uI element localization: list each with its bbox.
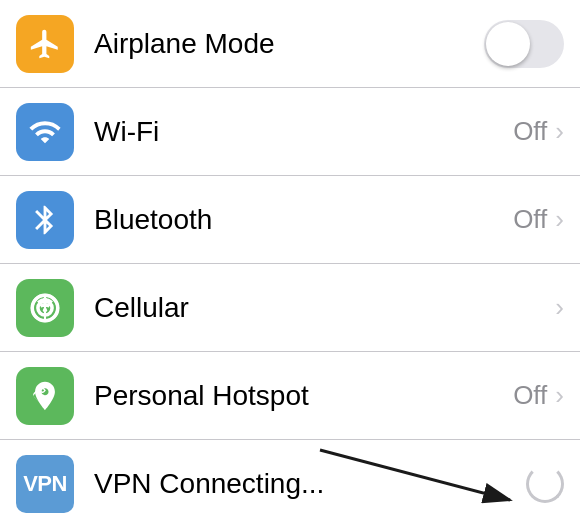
settings-list: Airplane Mode Wi-Fi Off › Bluetooth Off …	[0, 0, 580, 528]
vpn-row[interactable]: VPN VPN Connecting...	[0, 440, 580, 528]
hotspot-icon-wrap	[16, 367, 74, 425]
cellular-icon	[28, 291, 62, 325]
wifi-icon-wrap	[16, 103, 74, 161]
vpn-icon-wrap: VPN	[16, 455, 74, 513]
cellular-chevron: ›	[555, 292, 564, 323]
cellular-row[interactable]: Cellular ›	[0, 264, 580, 352]
airplane-mode-icon-wrap	[16, 15, 74, 73]
bluetooth-chevron: ›	[555, 204, 564, 235]
wifi-label: Wi-Fi	[94, 116, 513, 148]
cellular-label: Cellular	[94, 292, 555, 324]
personal-hotspot-row[interactable]: Personal Hotspot Off ›	[0, 352, 580, 440]
wifi-value: Off	[513, 116, 547, 147]
wifi-icon	[28, 115, 62, 149]
airplane-mode-label: Airplane Mode	[94, 28, 484, 60]
bluetooth-value: Off	[513, 204, 547, 235]
bluetooth-row[interactable]: Bluetooth Off ›	[0, 176, 580, 264]
bluetooth-label: Bluetooth	[94, 204, 513, 236]
vpn-icon-text: VPN	[23, 471, 67, 497]
vpn-spinner	[526, 465, 564, 503]
airplane-icon	[28, 27, 62, 61]
hotspot-icon	[28, 379, 62, 413]
spinner-ring	[526, 465, 564, 503]
vpn-label: VPN Connecting...	[94, 468, 526, 500]
cellular-icon-wrap	[16, 279, 74, 337]
hotspot-value: Off	[513, 380, 547, 411]
bluetooth-icon-wrap	[16, 191, 74, 249]
wifi-chevron: ›	[555, 116, 564, 147]
airplane-mode-toggle[interactable]	[484, 20, 564, 68]
hotspot-chevron: ›	[555, 380, 564, 411]
svg-point-4	[43, 308, 47, 312]
toggle-knob	[486, 22, 530, 66]
wifi-row[interactable]: Wi-Fi Off ›	[0, 88, 580, 176]
bluetooth-icon	[28, 203, 62, 237]
hotspot-label: Personal Hotspot	[94, 380, 513, 412]
airplane-mode-row[interactable]: Airplane Mode	[0, 0, 580, 88]
